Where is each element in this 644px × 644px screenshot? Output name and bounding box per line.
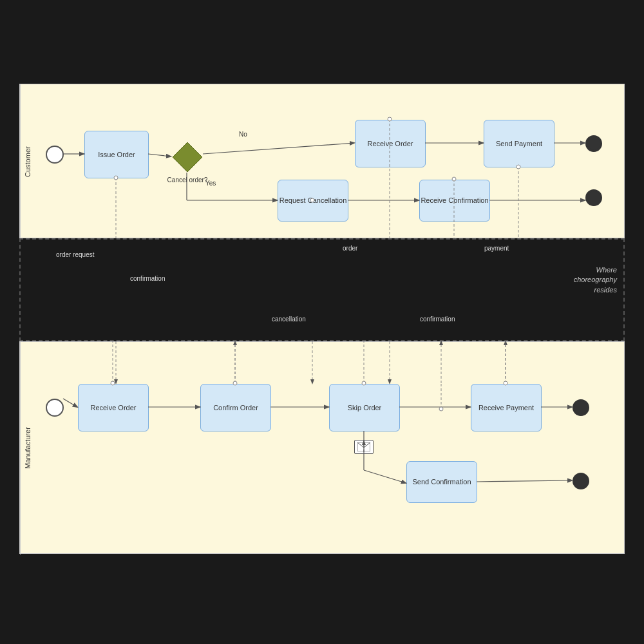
collab-label-confirmation: confirmation bbox=[130, 275, 165, 282]
customer-end-event-2 bbox=[585, 189, 602, 206]
message-envelope bbox=[354, 440, 374, 454]
issue-order-box[interactable]: Issue Order bbox=[84, 131, 149, 178]
collaboration-box: order request confirmation order payment… bbox=[19, 238, 625, 341]
gateway[interactable] bbox=[171, 141, 204, 173]
receive-order-manufacturer-box[interactable]: Receive Order bbox=[78, 384, 149, 431]
receive-confirmation-box[interactable]: Receive Confirmation bbox=[419, 180, 490, 222]
manufacturer-end-event-1 bbox=[573, 399, 589, 416]
customer-lane-label: Customer bbox=[20, 84, 34, 239]
customer-end-event-1 bbox=[585, 135, 602, 152]
send-payment-box[interactable]: Send Payment bbox=[484, 120, 554, 167]
manufacturer-start-event bbox=[46, 399, 64, 417]
receive-order-customer-box[interactable]: Receive Order bbox=[355, 120, 426, 167]
collab-label-order-request: order request bbox=[56, 251, 94, 258]
collab-label-order: order bbox=[343, 245, 357, 252]
receive-payment-box[interactable]: Receive Payment bbox=[471, 384, 542, 431]
send-confirmation-box[interactable]: Send Confirmation bbox=[406, 461, 477, 503]
no-label: No bbox=[239, 131, 247, 138]
manufacturer-end-event-2 bbox=[573, 473, 589, 489]
request-cancellation-box[interactable]: Request Cancellation bbox=[278, 180, 348, 222]
confirm-order-box[interactable]: Confirm Order bbox=[200, 384, 271, 431]
manufacturer-lane-label: Manufacturer bbox=[20, 342, 34, 554]
skip-order-box[interactable]: Skip Order bbox=[329, 384, 400, 431]
yes-label: Yes bbox=[205, 180, 216, 187]
svg-marker-0 bbox=[173, 142, 202, 172]
collab-label-cancellation: cancellation bbox=[272, 316, 306, 323]
collab-label-confirmation2: confirmation bbox=[420, 316, 455, 323]
collab-label-payment: payment bbox=[484, 245, 509, 252]
where-choreography-label: Wherechoreographyresides bbox=[574, 265, 617, 295]
manufacturer-lane: Manufacturer Receive Order Confirm Order… bbox=[19, 341, 625, 554]
diagram-container: Customer Issue Order Cancel order? No Ye… bbox=[19, 84, 625, 554]
customer-start-event bbox=[46, 146, 64, 164]
customer-lane: Customer Issue Order Cancel order? No Ye… bbox=[19, 84, 625, 238]
